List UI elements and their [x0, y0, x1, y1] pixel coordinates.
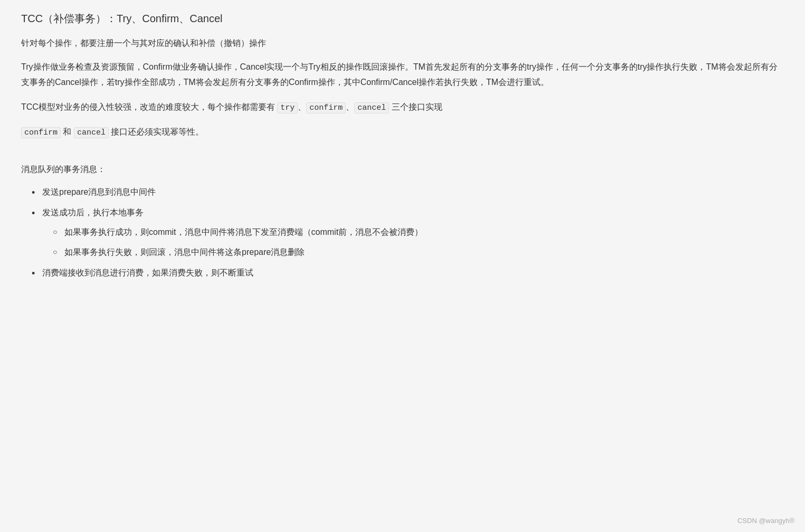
- tcc-model-paragraph: TCC模型对业务的侵入性较强，改造的难度较大，每个操作都需要有 try、conf…: [21, 100, 784, 115]
- tcc-try-code: try: [277, 102, 298, 113]
- tcc-model-text-before: TCC模型对业务的侵入性较强，改造的难度较大，每个操作都需要有: [21, 102, 277, 111]
- tcc-model-text-after: 三个接口实现: [389, 102, 442, 111]
- list-item-text: 发送prepare消息到消息中间件: [42, 187, 156, 196]
- list-item: 发送prepare消息到消息中间件: [32, 185, 784, 199]
- list-item: 发送成功后，执行本地事务 如果事务执行成功，则commit，消息中间件将消息下发…: [32, 205, 784, 259]
- sub-list-item-text: 如果事务执行失败，则回滚，消息中间件将这条prepare消息删除: [64, 248, 305, 256]
- code-line-text: 和: [61, 127, 74, 136]
- sub-bullet-list: 如果事务执行成功，则commit，消息中间件将消息下发至消费端（commit前，…: [53, 225, 784, 259]
- code-line-paragraph: confirm 和 cancel 接口还必须实现幂等性。: [21, 125, 784, 140]
- list-item: 消费端接收到消息进行消费，如果消费失败，则不断重试: [32, 265, 784, 280]
- code-line-suffix: 接口还必须实现幂等性。: [109, 127, 204, 136]
- sub-list-item-text: 如果事务执行成功，则commit，消息中间件将消息下发至消费端（commit前，…: [64, 227, 423, 236]
- list-item-text: 消费端接收到消息进行消费，如果消费失败，则不断重试: [42, 268, 253, 277]
- code-cancel: cancel: [74, 127, 109, 138]
- page-title: TCC（补偿事务）：Try、Confirm、Cancel: [21, 11, 784, 26]
- watermark: CSDN @wangyh®: [737, 517, 794, 525]
- spacer-1: [21, 149, 784, 162]
- tcc-sep2: 、: [346, 102, 354, 111]
- tcc-sep1: 、: [298, 102, 306, 111]
- list-item-text: 发送成功后，执行本地事务: [42, 208, 144, 217]
- bullet-list: 发送prepare消息到消息中间件 发送成功后，执行本地事务 如果事务执行成功，…: [32, 185, 784, 280]
- tcc-cancel-code: cancel: [354, 102, 389, 113]
- code-confirm: confirm: [21, 127, 61, 138]
- subtitle-text: 针对每个操作，都要注册一个与其对应的确认和补偿（撤销）操作: [21, 36, 784, 50]
- sub-list-item: 如果事务执行成功，则commit，消息中间件将消息下发至消费端（commit前，…: [53, 225, 784, 239]
- description-paragraph: Try操作做业务检查及资源预留，Confirm做业务确认操作，Cancel实现一…: [21, 60, 784, 90]
- sub-list-item: 如果事务执行失败，则回滚，消息中间件将这条prepare消息删除: [53, 245, 784, 259]
- tcc-confirm-code: confirm: [306, 102, 346, 113]
- message-section-title: 消息队列的事务消息：: [21, 162, 784, 176]
